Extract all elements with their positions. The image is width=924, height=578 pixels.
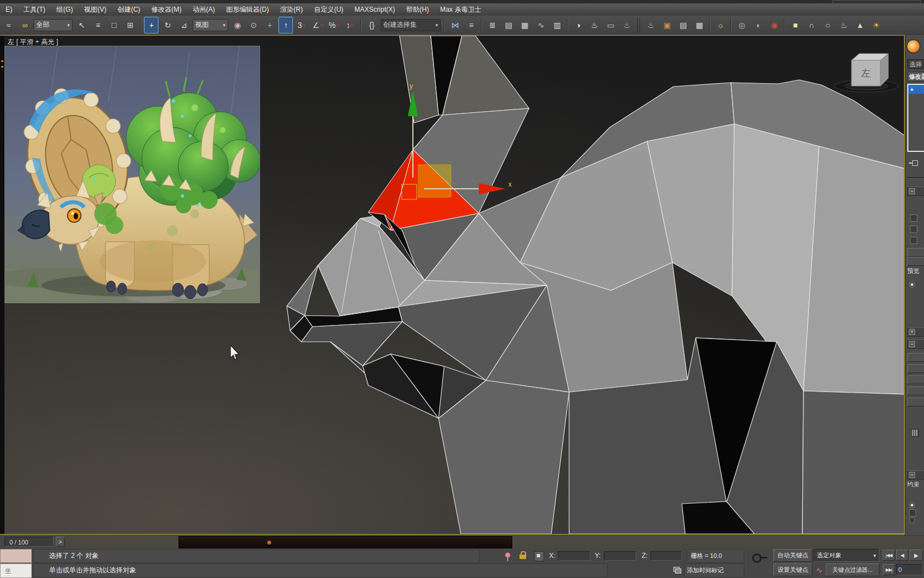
delete-icon[interactable] xyxy=(911,429,919,437)
object-name-field[interactable]: 选择 xyxy=(907,59,924,69)
go-to-start-button[interactable]: |◀◀ xyxy=(883,550,895,561)
rect-region-icon[interactable]: □ xyxy=(107,17,121,34)
material-window-icon[interactable]: ▣ xyxy=(660,17,674,34)
layer-manager-icon[interactable]: ≣ xyxy=(485,17,499,34)
scene-explorer-icon[interactable]: ▤ xyxy=(501,17,516,34)
link-chain-icon[interactable]: ∞ xyxy=(17,17,32,34)
ring-icon[interactable]: ○ xyxy=(820,17,835,34)
teapot-primitive-icon[interactable]: ♨ xyxy=(836,17,851,34)
y-coordinate-field[interactable] xyxy=(604,551,636,561)
use-selection-center-icon[interactable]: ⊙ xyxy=(246,17,261,34)
spline-wave-icon[interactable]: ≈ xyxy=(1,17,16,34)
rollout-header[interactable]: + xyxy=(907,327,924,337)
maxscript-mini-listener-pink[interactable] xyxy=(0,549,32,563)
list-panel-icon[interactable]: ▤ xyxy=(676,17,690,34)
panel-button[interactable] xyxy=(907,375,924,384)
selection-filter-dropdown[interactable]: 全部▾ xyxy=(33,19,73,31)
set-key-button[interactable]: 设置关键点 xyxy=(773,563,812,576)
collapse-icon[interactable]: − xyxy=(909,341,915,347)
spinner-snap-icon[interactable]: ↕∩ xyxy=(343,17,358,34)
modifier-list-dropdown[interactable]: 修改器列表 xyxy=(907,71,924,82)
next-frame-button[interactable]: > xyxy=(56,537,65,547)
camera-icon[interactable]: ◎ xyxy=(734,17,749,34)
swatch-square-icon[interactable]: ■ xyxy=(788,17,802,34)
menu-item[interactable]: 图形编辑器(D) xyxy=(220,3,275,16)
isolate-selection-pin-icon[interactable] xyxy=(505,552,511,558)
use-pivot-center-icon[interactable]: ◉ xyxy=(230,17,244,34)
select-rotate-icon[interactable]: ↻ xyxy=(160,17,175,34)
rollout-header[interactable]: − xyxy=(907,470,924,480)
key-filter-curve-icon[interactable]: ∿ xyxy=(814,565,825,576)
collapse-icon[interactable]: − xyxy=(909,188,915,194)
panel-checkbox[interactable] xyxy=(910,226,917,233)
rendered-frame-icon[interactable]: ▭ xyxy=(603,17,618,34)
material-editor-icon[interactable]: ◑ xyxy=(571,17,585,34)
named-selection-set-dropdown[interactable]: 创建选择集▾ xyxy=(381,19,441,31)
progress-marker-dot[interactable] xyxy=(267,541,271,544)
reference-coordinate-dropdown[interactable]: 视图▾ xyxy=(192,19,228,31)
menu-item[interactable]: Max 杀毒卫士 xyxy=(435,3,487,16)
key-selection-dropdown[interactable]: 选定对象 ▾ xyxy=(814,549,879,562)
menu-item[interactable]: 视图(V) xyxy=(79,3,112,16)
rollout-header[interactable]: − xyxy=(907,340,924,349)
preview-radio[interactable] xyxy=(909,281,915,288)
cone-icon[interactable]: ▲ xyxy=(853,17,867,34)
time-slider[interactable]: 0 / 100 xyxy=(4,537,54,547)
command-panel-tab-icon[interactable] xyxy=(907,40,920,52)
menu-item[interactable]: 自定义(U) xyxy=(309,3,349,16)
menu-item[interactable]: E) xyxy=(0,3,18,16)
video-camera-icon[interactable]: ◉ xyxy=(767,17,781,34)
percent-snap-icon[interactable]: %∩ xyxy=(327,17,341,34)
shaded-sphere-icon[interactable]: ◗ xyxy=(750,17,765,34)
pin-stack-icon[interactable] xyxy=(912,160,918,166)
absolute-relative-toggle-icon[interactable] xyxy=(534,551,544,561)
grid-panel-icon[interactable]: ▦ xyxy=(692,17,706,34)
constraint-radio[interactable] xyxy=(909,517,915,523)
view-cube[interactable]: 左 xyxy=(835,54,898,92)
reference-image-window[interactable] xyxy=(4,46,260,303)
collapse-icon[interactable]: − xyxy=(909,472,915,478)
menu-item[interactable]: 工具(T) xyxy=(18,3,51,16)
light-slate-icon[interactable]: ☼ xyxy=(713,17,728,34)
previous-frame-button[interactable]: ◀| xyxy=(896,550,908,561)
panel-button[interactable] xyxy=(907,353,924,362)
snap-3d-icon[interactable]: 3∩ xyxy=(295,17,309,34)
select-scale-icon[interactable]: ⊿ xyxy=(176,17,191,34)
dome-icon[interactable]: ∩ xyxy=(804,17,819,34)
panel-checkbox[interactable] xyxy=(910,214,917,222)
editable-poly-mesh[interactable] xyxy=(287,36,904,534)
add-time-tag[interactable]: 添加时间标记 xyxy=(684,563,744,577)
window-crossing-icon[interactable]: ⊞ xyxy=(123,17,137,34)
select-move-icon[interactable]: + xyxy=(144,17,158,34)
select-by-name-icon[interactable]: ≡ xyxy=(90,17,105,34)
gizmo-xy-plane-handle[interactable] xyxy=(418,165,451,197)
viewport-label[interactable]: 左 [ 平滑 + 高光 ] xyxy=(8,37,58,47)
panel-checkbox[interactable] xyxy=(910,237,917,244)
menu-item[interactable]: 动画(A) xyxy=(187,3,220,16)
render-production-icon[interactable]: ♨ xyxy=(619,17,634,34)
curve-editor-icon[interactable]: ∿ xyxy=(533,17,548,34)
key-filters-button[interactable]: 关键点过滤器... xyxy=(826,563,879,576)
expand-icon[interactable]: + xyxy=(909,329,915,335)
sun-icon[interactable]: ☀ xyxy=(869,17,883,34)
z-coordinate-field[interactable] xyxy=(651,551,682,561)
panel-button[interactable] xyxy=(907,398,924,407)
x-coordinate-field[interactable] xyxy=(558,551,590,561)
menu-item[interactable]: 渲染(R) xyxy=(275,3,309,16)
align-icon[interactable]: ≡ xyxy=(464,17,478,34)
edit-named-selections-icon[interactable]: {} xyxy=(364,17,379,34)
schematic-view-icon[interactable]: ▥ xyxy=(550,17,564,34)
angle-snap-icon[interactable]: ∠∩ xyxy=(311,17,325,34)
menu-item[interactable]: 修改器(M) xyxy=(146,3,187,16)
modifier-stack-list[interactable]: + xyxy=(907,84,924,152)
panel-button[interactable] xyxy=(907,248,924,257)
panel-button[interactable] xyxy=(907,364,924,373)
modifier-stack-selected-item[interactable]: + xyxy=(908,85,924,94)
play-button[interactable]: ▶ xyxy=(909,550,923,561)
recording-progress-strip[interactable] xyxy=(179,536,512,548)
current-frame-field[interactable] xyxy=(896,564,923,575)
set-keys-key-icon[interactable] xyxy=(752,553,762,563)
snaps-toggle-icon[interactable]: ↑ xyxy=(278,17,293,34)
menu-item[interactable]: 帮助(H) xyxy=(401,3,435,16)
render-setup-icon[interactable]: ♨ xyxy=(587,17,601,34)
